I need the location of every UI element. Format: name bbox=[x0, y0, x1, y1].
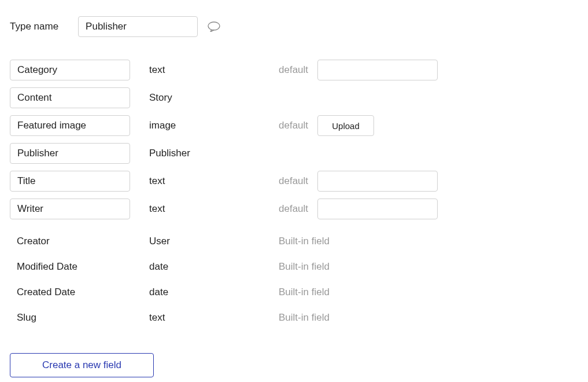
default-label: default bbox=[279, 120, 308, 131]
default-label: default bbox=[279, 175, 308, 187]
default-value-input[interactable] bbox=[317, 199, 438, 219]
field-row: textdefault bbox=[10, 59, 578, 81]
builtin-field-row: Modified DatedateBuilt-in field bbox=[10, 256, 578, 278]
builtin-field-row: Created DatedateBuilt-in field bbox=[10, 281, 578, 303]
default-label: default bbox=[279, 64, 308, 76]
create-new-field-button[interactable]: Create a new field bbox=[10, 353, 154, 377]
type-name-label: Type name bbox=[10, 21, 58, 32]
builtin-field-type: date bbox=[130, 286, 279, 298]
builtin-field-name: Slug bbox=[10, 312, 130, 324]
builtin-field-type: text bbox=[130, 312, 279, 324]
field-name-input[interactable] bbox=[10, 87, 130, 108]
builtin-field-label: Built-in field bbox=[279, 312, 330, 324]
builtin-field-type: date bbox=[130, 261, 279, 273]
builtin-field-label: Built-in field bbox=[279, 236, 330, 247]
field-type-label: image bbox=[130, 120, 279, 131]
field-type-label: text bbox=[130, 64, 279, 76]
field-type-label: Publisher bbox=[130, 148, 279, 159]
builtin-field-type: User bbox=[130, 236, 279, 247]
field-name-input[interactable] bbox=[10, 199, 130, 219]
default-value-input[interactable] bbox=[317, 60, 438, 80]
field-default-section: default bbox=[279, 199, 438, 219]
builtin-field-row: SlugtextBuilt-in field bbox=[10, 307, 578, 329]
builtin-field-name: Creator bbox=[10, 236, 130, 247]
field-row: textdefault bbox=[10, 170, 578, 192]
field-type-label: text bbox=[130, 203, 279, 215]
field-default-section: default bbox=[279, 171, 438, 192]
default-value-input[interactable] bbox=[317, 171, 438, 192]
field-type-label: text bbox=[130, 175, 279, 187]
field-row: textdefault bbox=[10, 198, 578, 220]
type-name-input[interactable] bbox=[78, 16, 198, 37]
builtin-field-label: Built-in field bbox=[279, 261, 330, 273]
comment-icon[interactable] bbox=[207, 21, 221, 32]
field-type-label: Story bbox=[130, 92, 279, 104]
field-name-input[interactable] bbox=[10, 115, 130, 136]
builtin-field-label: Built-in field bbox=[279, 286, 330, 298]
svg-point-0 bbox=[208, 22, 220, 30]
field-row: Story bbox=[10, 87, 578, 109]
field-default-section: defaultUpload bbox=[279, 115, 374, 136]
builtin-field-name: Modified Date bbox=[10, 261, 130, 273]
field-row: imagedefaultUpload bbox=[10, 115, 578, 137]
upload-button[interactable]: Upload bbox=[317, 115, 374, 136]
field-default-section: default bbox=[279, 60, 438, 80]
field-name-input[interactable] bbox=[10, 171, 130, 192]
field-name-input[interactable] bbox=[10, 143, 130, 164]
default-label: default bbox=[279, 203, 308, 215]
field-name-input[interactable] bbox=[10, 60, 130, 80]
builtin-field-name: Created Date bbox=[10, 286, 130, 298]
field-row: Publisher bbox=[10, 142, 578, 164]
builtin-field-row: CreatorUserBuilt-in field bbox=[10, 230, 578, 252]
